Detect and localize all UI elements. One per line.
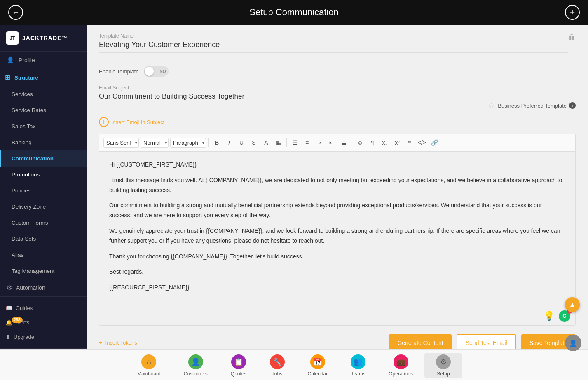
paragraph-select[interactable]: Paragraph xyxy=(170,138,206,148)
logo-text: JACKTRADE™ xyxy=(22,35,68,41)
sidebar-item-tag-management[interactable]: Tag Management xyxy=(0,263,87,279)
mainboard-label: Mainboard xyxy=(137,371,161,377)
nav-quotes[interactable]: 📋 Quotes xyxy=(219,353,258,378)
sidebar-item-services[interactable]: Services xyxy=(0,86,87,102)
mainboard-icon: ⌂ xyxy=(141,354,156,369)
toolbar-divider-2 xyxy=(286,138,287,147)
star-icon[interactable]: ☆ xyxy=(488,101,495,110)
action-buttons: Generate Content Send Test Email Save Te… xyxy=(389,334,576,349)
sidebar-item-delivery-zone[interactable]: Delivery Zone xyxy=(0,199,87,215)
sidebar: JT JACKTRADE™ 👤 Profile ⊞ Structure Serv… xyxy=(0,25,87,349)
structure-icon: ⊞ xyxy=(5,74,10,81)
profile-avatar[interactable]: 👤 xyxy=(565,335,581,351)
logo-icon: JT xyxy=(6,31,19,45)
sidebar-item-data-sets[interactable]: Data Sets xyxy=(0,231,87,247)
strikethrough-button[interactable]: S xyxy=(248,137,259,148)
sidebar-guides[interactable]: 📖 Guides xyxy=(0,301,87,315)
text-color-button[interactable]: A xyxy=(261,137,272,148)
calendar-label: Calendar xyxy=(308,371,328,377)
insert-tokens-button[interactable]: + Insert Tokens xyxy=(99,340,137,346)
email-line-greeting: Hi {{CUSTOMER_FIRST_NAME}} xyxy=(109,160,565,170)
action-row: + Insert Tokens Generate Content Send Te… xyxy=(99,334,576,349)
back-button[interactable]: ← xyxy=(8,5,23,20)
unordered-list-button[interactable]: ≡ xyxy=(302,137,312,148)
emoji-button[interactable]: ☺ xyxy=(355,137,365,148)
generate-content-button[interactable]: Generate Content xyxy=(389,334,451,349)
quotes-icon: 📋 xyxy=(231,354,246,369)
indent-button[interactable]: ⇥ xyxy=(314,137,325,148)
sidebar-label-automation: Automation xyxy=(16,284,45,291)
ordered-list-button[interactable]: ☰ xyxy=(289,137,300,148)
quote-button[interactable]: ❝ xyxy=(404,137,415,148)
bulb-icon[interactable]: 💡 xyxy=(543,311,555,321)
grammarly-icon[interactable]: G 3 xyxy=(559,310,570,322)
delete-icon[interactable]: 🗑 xyxy=(568,33,576,42)
sidebar-item-communication[interactable]: Communication xyxy=(0,150,87,167)
sidebar-label-profile: Profile xyxy=(19,57,35,63)
sidebar-label-data-sets: Data Sets xyxy=(12,236,36,242)
operations-icon: 💼 xyxy=(394,354,408,369)
top-header: ← Setup Communication + xyxy=(0,0,588,25)
editor-body[interactable]: Hi {{CUSTOMER_FIRST_NAME}} I trust this … xyxy=(99,152,575,307)
sidebar-item-custom-forms[interactable]: Custom Forms xyxy=(0,215,87,231)
paragraph-mark-button[interactable]: ¶ xyxy=(367,137,378,148)
teams-icon: 👥 xyxy=(351,354,365,369)
sidebar-item-service-rates[interactable]: Service Rates xyxy=(0,102,87,118)
nav-mainboard[interactable]: ⌂ Mainboard xyxy=(126,353,172,378)
add-button[interactable]: + xyxy=(565,5,580,20)
italic-button[interactable]: I xyxy=(224,137,234,148)
email-line-3: Our commitment to building a strong and … xyxy=(109,201,565,220)
subscript-button[interactable]: x₂ xyxy=(380,137,390,148)
paragraph-selector[interactable]: Paragraph xyxy=(170,138,206,148)
font-family-selector[interactable]: Sans Serif xyxy=(103,138,139,148)
outdent-button[interactable]: ⇤ xyxy=(326,137,337,148)
sidebar-label-custom-forms: Custom Forms xyxy=(12,220,48,226)
email-line-5: Thank you for choosing {{COMPANY_NAME}}.… xyxy=(109,252,565,262)
sidebar-item-sales-tax[interactable]: Sales Tax xyxy=(0,118,87,134)
business-preferred-label: Business Preferred Template xyxy=(498,103,567,109)
sidebar-upgrade[interactable]: ⬆ Upgrade xyxy=(0,330,87,344)
page-title: Setup Communication xyxy=(249,7,338,18)
sidebar-item-banking[interactable]: Banking xyxy=(0,134,87,150)
nav-customers[interactable]: 👤 Customers xyxy=(172,353,219,378)
insert-emoji-button[interactable]: + Insert Emoji in Subject xyxy=(99,117,164,127)
insert-tokens-label: Insert Tokens xyxy=(105,340,137,346)
sidebar-item-policies[interactable]: Policies xyxy=(0,183,87,199)
profile-icon: 👤 xyxy=(7,56,14,64)
bold-button[interactable]: B xyxy=(211,137,222,148)
scroll-top-button[interactable]: ▲ xyxy=(565,297,580,312)
highlight-button[interactable]: ▦ xyxy=(273,137,284,148)
font-family-select[interactable]: Sans Serif xyxy=(103,138,139,148)
font-size-select[interactable]: Normal xyxy=(141,138,169,148)
send-test-email-button[interactable]: Send Test Email xyxy=(457,334,516,349)
enable-template-toggle[interactable]: NO xyxy=(144,66,169,77)
link-button[interactable]: 🔗 xyxy=(429,137,440,148)
code-button[interactable]: </> xyxy=(417,137,427,148)
sidebar-item-structure[interactable]: ⊞ Structure xyxy=(0,69,87,86)
toggle-state: NO xyxy=(160,69,166,74)
superscript-button[interactable]: x² xyxy=(392,137,403,148)
nav-teams[interactable]: 👥 Teams xyxy=(339,353,377,378)
nav-setup[interactable]: ⚙ Setup xyxy=(424,353,462,378)
sidebar-item-profile[interactable]: 👤 Profile xyxy=(0,52,87,69)
sidebar-label-structure: Structure xyxy=(14,75,38,81)
info-icon[interactable]: i xyxy=(569,102,576,109)
template-name-section: Template Name Elevating Your Customer Ex… xyxy=(99,33,576,59)
template-name-value[interactable]: Elevating Your Customer Experience xyxy=(99,40,568,53)
upgrade-icon: ⬆ xyxy=(6,334,10,340)
calendar-icon: 📅 xyxy=(310,354,325,369)
align-button[interactable]: ≣ xyxy=(339,137,349,148)
nav-operations[interactable]: 💼 Operations xyxy=(377,353,424,378)
sidebar-item-automation[interactable]: ⚙ Automation xyxy=(0,279,87,296)
sidebar-label-policies: Policies xyxy=(12,188,31,194)
sidebar-item-alias[interactable]: Alias xyxy=(0,247,87,263)
underline-button[interactable]: U xyxy=(236,137,247,148)
nav-jobs[interactable]: 🔧 Jobs xyxy=(258,353,296,378)
email-subject-value[interactable]: Our Commitment to Building Success Toget… xyxy=(99,92,480,104)
sidebar-alerts[interactable]: 🔔 Alerts 268 xyxy=(0,315,87,330)
customers-label: Customers xyxy=(184,371,208,377)
nav-calendar[interactable]: 📅 Calendar xyxy=(296,353,340,378)
enable-template-row: Enable Template NO xyxy=(99,66,576,77)
sidebar-item-promotions[interactable]: Promotions xyxy=(0,167,87,183)
font-size-selector[interactable]: Normal xyxy=(141,138,169,148)
